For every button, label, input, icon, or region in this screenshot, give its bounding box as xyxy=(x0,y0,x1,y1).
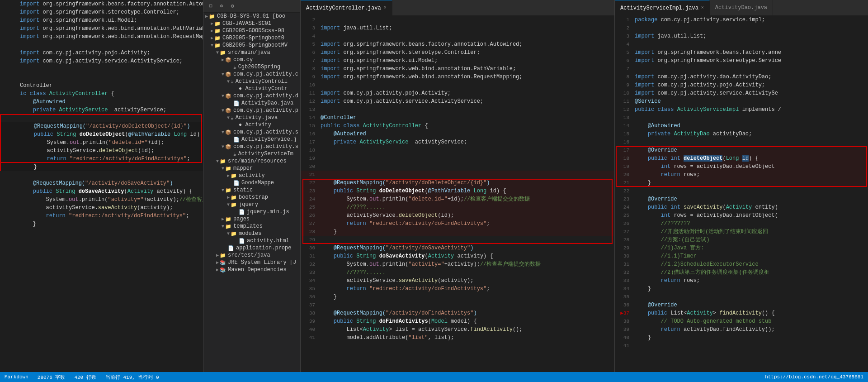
tree-file-icon: 📁 xyxy=(214,21,221,27)
tree-arrow-icon: ▼ xyxy=(216,159,219,164)
tree-item[interactable]: ▼📁modules xyxy=(203,230,300,237)
status-file-type: Markdown xyxy=(5,374,28,380)
tree-item[interactable]: 📄ActivityService.j xyxy=(203,136,300,143)
tree-item[interactable]: ▼📁static xyxy=(203,186,300,194)
tree-item[interactable]: ▼📦com.cy.pj.activity.c xyxy=(203,71,300,78)
tree-item[interactable]: ▶📁activity xyxy=(203,172,300,179)
tree-item[interactable]: ▼📁src/main/resources xyxy=(203,158,300,165)
tree-item[interactable]: ▶📚JRE System Library [J xyxy=(203,259,300,266)
tree-file-icon: 📄 xyxy=(233,137,240,143)
tree-item[interactable]: ▼📦com.cy.pj.activity.d xyxy=(203,92,300,100)
center-tab-group: ActivityController.java × xyxy=(301,0,614,16)
tree-item-label: modules xyxy=(239,230,261,237)
center-panel: ActivityController.java × 2 3import java… xyxy=(301,0,615,372)
tree-item[interactable]: ☕ActivityServiceIm xyxy=(203,150,300,158)
tree-file-icon: 📦 xyxy=(225,93,231,99)
tree-file-icon: ☕ xyxy=(233,151,236,157)
left-code-editor[interactable]: import org.springframework.beans.factory… xyxy=(0,0,203,372)
tree-item-label: com.cy.pj.activity.s xyxy=(233,129,298,135)
tree-file-icon: 📚 xyxy=(220,260,226,266)
tree-item-label: CGB2005-GOODScss-08 xyxy=(222,28,284,34)
tree-item-label: activity.html xyxy=(247,238,289,244)
tree-item[interactable]: ▼📦com.cy.pj.activity.s xyxy=(203,143,300,150)
status-website: https://blog.csdn.net/qq_43765881 xyxy=(765,374,863,380)
right-tab-dao[interactable]: ActivityDao.java xyxy=(710,0,773,15)
tree-arrow-icon: ▶ xyxy=(227,173,230,178)
tree-file-icon: 📁 xyxy=(214,43,221,48)
status-bar: Markdown 28076 字数 420 行数 当前行 419, 当行列 0 … xyxy=(0,372,868,382)
tree-arrow-icon: ▶ xyxy=(211,35,213,41)
tree-item[interactable]: 📄activity.html xyxy=(203,237,300,244)
tree-item[interactable]: ▼📁mapper xyxy=(203,165,300,172)
tree-item[interactable]: ▶📁pages xyxy=(203,215,300,223)
tree-item[interactable]: ▶📦com.cy xyxy=(203,56,300,63)
right-tab-service-impl[interactable]: ActivityServiceImpl.java × xyxy=(615,0,710,15)
tree-arrow-icon: ▼ xyxy=(222,94,224,99)
tree-item[interactable]: ▼📦com.cy.pj.activity.s xyxy=(203,129,300,136)
tree-item-label: src/main/java xyxy=(228,49,270,56)
collapse-btn[interactable]: ⊟ xyxy=(206,2,215,11)
tree-arrow-icon: ▼ xyxy=(227,79,230,84)
tree-item-label: Maven Dependencies xyxy=(228,267,287,273)
tree-item[interactable]: ▼☕ActivityControll xyxy=(203,78,300,85)
tree-item[interactable]: ▶📁CGB2005-GOODScss-08 xyxy=(203,27,300,34)
tree-file-icon: 📁 xyxy=(225,224,231,229)
tree-item[interactable]: 📄ActivityDao.java xyxy=(203,100,300,107)
status-word-count: 28076 字数 xyxy=(38,374,66,381)
tree-item[interactable]: ☕Cgb2005Spring xyxy=(203,63,300,71)
tree-item[interactable]: ▼☕Activity.java xyxy=(203,114,300,121)
tree-item[interactable]: ▼📁templates xyxy=(203,223,300,230)
tree-arrow-icon: ▼ xyxy=(227,115,230,120)
tree-item[interactable]: ▼📁CGB2005-SpringbootMV xyxy=(203,42,300,49)
tree-item[interactable]: 📄application.prope xyxy=(203,244,300,252)
center-tab-close[interactable]: × xyxy=(384,5,387,10)
tree-item-label: com.cy.pj.activity.p xyxy=(233,107,298,114)
tree-container: ▶📁CGB-DB-SYS-V3.01 [boo▶📁CGB-JAVASE-SC01… xyxy=(203,13,300,273)
tree-item[interactable]: ● Activity xyxy=(203,121,300,129)
tree-file-icon: 📁 xyxy=(209,14,215,19)
tree-item[interactable]: ▶📁CGB-DB-SYS-V3.01 [boo xyxy=(203,13,300,20)
tree-item-label: bootstrap xyxy=(239,194,268,201)
tree-file-icon: 📁 xyxy=(220,253,226,258)
right-tab-service-impl-close[interactable]: × xyxy=(701,5,704,10)
tree-item-label: ActivityService.j xyxy=(241,136,297,143)
tree-item[interactable]: ▶📁src/test/java xyxy=(203,252,300,259)
tree-item[interactable]: ▶📁bootstrap xyxy=(203,194,300,201)
center-code-editor[interactable]: 2 3import java.util.List; 4 5import org.… xyxy=(301,16,614,372)
tree-item[interactable]: ▼📁jquery xyxy=(203,201,300,208)
tree-item[interactable]: ▼📁src/main/java xyxy=(203,49,300,56)
tree-item[interactable]: ▶📁CGB2005-Springboot0 xyxy=(203,34,300,42)
tree-arrow-icon: ▼ xyxy=(222,224,224,229)
tree-arrow-icon: ▶ xyxy=(216,253,219,258)
tree-item[interactable]: ▶📁CGB-JAVASE-SC01 xyxy=(203,20,300,27)
tree-item[interactable]: ▶📚Maven Dependencies xyxy=(203,266,300,273)
tree-item-label: static xyxy=(233,187,253,193)
left-panel: import org.springframework.beans.factory… xyxy=(0,0,203,372)
tree-item[interactable]: 📄jquery.min.js xyxy=(203,208,300,215)
tree-item-label: jquery.min.js xyxy=(247,209,289,215)
tree-file-icon: ☕ xyxy=(231,79,234,85)
tree-file-icon: 📁 xyxy=(220,50,226,56)
tree-item-label: application.prope xyxy=(236,245,291,251)
tree-file-icon: 📄 xyxy=(228,245,234,251)
settings-btn[interactable]: ⚙ xyxy=(228,2,237,11)
tree-item[interactable]: 📄GoodsMappe xyxy=(203,179,300,186)
tree-item-label: JRE System Library [J xyxy=(228,259,296,266)
tree-item[interactable]: ▼📦com.cy.pj.activity.p xyxy=(203,107,300,114)
right-tab-group: ActivityServiceImpl.java × ActivityDao.j… xyxy=(615,0,868,16)
center-tab-activity-controller[interactable]: ActivityController.java × xyxy=(301,0,392,15)
tree-file-icon: 📦 xyxy=(225,144,231,150)
tree-file-icon: 📁 xyxy=(231,173,237,179)
tree-arrow-icon: ▼ xyxy=(216,50,219,55)
tree-arrow-icon: ▼ xyxy=(222,130,224,135)
tree-arrow-icon: ▶ xyxy=(222,57,224,62)
tree-file-icon: 📚 xyxy=(220,267,226,273)
tree-item-label: ActivityDao.java xyxy=(241,100,293,106)
tree-arrow-icon: ▶ xyxy=(222,216,224,222)
tree-item-label: GoodsMappe xyxy=(241,180,274,186)
tree-item[interactable]: ● ActivityContr xyxy=(203,85,300,92)
locate-btn[interactable]: ⊕ xyxy=(217,2,226,11)
status-current: 当前行 419, 当行列 0 xyxy=(105,374,159,381)
right-code-editor[interactable]: 1package com.cy.pj.activity.service.impl… xyxy=(615,16,868,372)
tree-item-label: CGB2005-SpringbootMV xyxy=(222,42,288,48)
